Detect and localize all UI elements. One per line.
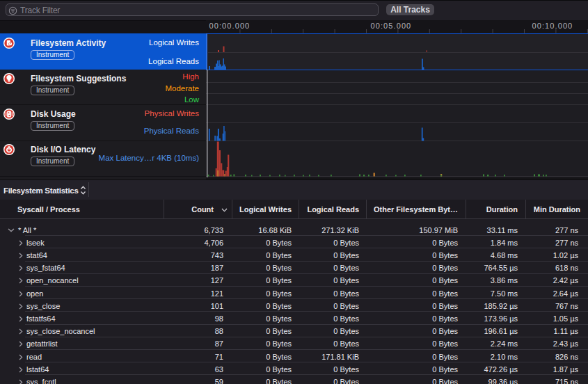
svg-text:00:05.000: 00:05.000 — [371, 22, 412, 30]
svg-text:00:00.000: 00:00.000 — [209, 22, 251, 30]
svg-text:00:10.000: 00:10.000 — [532, 22, 573, 30]
